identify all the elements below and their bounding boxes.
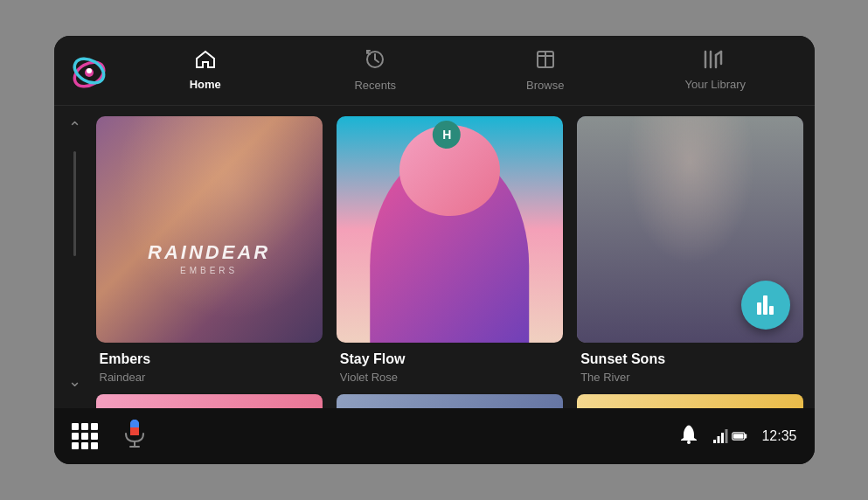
album-artist-sunsetSons: The River xyxy=(580,371,800,384)
album-title-stayflow: Stay Flow xyxy=(340,351,559,367)
battery-icon xyxy=(732,430,747,442)
notification-bell-button[interactable] xyxy=(679,423,698,449)
album-card-stayflow[interactable]: H Stay Flow Violet Rose xyxy=(337,116,563,384)
dot-1 xyxy=(72,423,79,430)
signal-battery-group xyxy=(712,428,747,444)
tab-home[interactable]: Home xyxy=(121,36,291,105)
tab-recents[interactable]: Recents xyxy=(290,36,461,105)
stayflow-headphone: H xyxy=(433,121,461,149)
dot-7 xyxy=(72,442,79,449)
peek-card-2 xyxy=(337,394,563,408)
nav-bar: Home Recents xyxy=(54,36,815,106)
bar-3 xyxy=(769,306,774,315)
app-logo xyxy=(68,50,110,92)
album-info-stayflow: Stay Flow Violet Rose xyxy=(337,351,563,384)
svg-rect-26 xyxy=(733,434,743,439)
peek-card-3 xyxy=(577,394,803,408)
bottom-bar: 12:35 xyxy=(54,408,815,464)
scroll-down-button[interactable]: ⌄ xyxy=(65,368,85,408)
bar-1 xyxy=(757,302,761,315)
svg-rect-15 xyxy=(130,427,139,435)
album-card-raindear[interactable]: RAINDEAR EMBERS Embers Raindear xyxy=(96,116,323,384)
svg-point-3 xyxy=(87,68,92,73)
recents-label: Recents xyxy=(354,79,396,92)
bottom-right-status: 12:35 xyxy=(679,423,796,449)
album-art-stayflow: H xyxy=(337,116,563,343)
album-card-sunsetSons[interactable]: Sunset Sons The River xyxy=(577,116,803,384)
signal-icon xyxy=(712,428,728,444)
tab-browse[interactable]: Browse xyxy=(461,36,631,105)
svg-rect-25 xyxy=(745,434,746,439)
scroll-up-button[interactable]: ⌃ xyxy=(65,115,85,141)
tab-library[interactable]: Your Library xyxy=(630,36,801,105)
scroll-track xyxy=(73,151,76,256)
dot-8 xyxy=(81,442,88,449)
grid-menu-button[interactable] xyxy=(72,423,98,449)
nav-tabs: Home Recents xyxy=(121,36,801,105)
library-label: Your Library xyxy=(684,78,746,91)
scroll-controls: ⌃ ⌄ xyxy=(54,106,96,408)
dot-5 xyxy=(81,433,88,440)
bar-2 xyxy=(763,295,767,315)
raindear-subtitle: EMBERS xyxy=(148,266,270,275)
album-artist-stayflow: Violet Rose xyxy=(340,371,559,384)
content-wrapper: ⌃ ⌄ RAINDEAR EMBERS Embers Raindea xyxy=(54,106,815,408)
svg-rect-20 xyxy=(713,440,716,443)
dot-2 xyxy=(81,423,88,430)
browse-label: Browse xyxy=(526,79,564,92)
dot-6 xyxy=(91,433,98,440)
album-art-raindear: RAINDEAR EMBERS xyxy=(96,116,323,343)
library-icon xyxy=(704,50,726,73)
home-icon xyxy=(195,50,216,73)
dot-4 xyxy=(72,433,79,440)
time-display: 12:35 xyxy=(761,428,796,444)
peek-card-1 xyxy=(96,394,323,408)
dot-9 xyxy=(91,442,98,449)
home-label: Home xyxy=(190,78,221,91)
svg-rect-21 xyxy=(718,436,720,443)
albums-area: RAINDEAR EMBERS Embers Raindear H xyxy=(96,106,815,408)
albums-row-main: RAINDEAR EMBERS Embers Raindear H xyxy=(96,116,804,384)
svg-rect-22 xyxy=(721,433,724,443)
dot-3 xyxy=(91,423,98,430)
album-info-raindear: Embers Raindear xyxy=(96,351,323,384)
microphone-button[interactable] xyxy=(122,419,147,454)
album-title-raindear: Embers xyxy=(100,351,319,367)
peek-row xyxy=(96,394,804,408)
device-frame: Home Recents xyxy=(54,36,815,464)
album-artist-raindear: Raindear xyxy=(100,371,319,384)
album-title-sunsetSons: Sunset Sons xyxy=(580,351,800,367)
svg-rect-23 xyxy=(726,429,728,443)
album-info-sunsetSons: Sunset Sons The River xyxy=(577,351,803,384)
raindear-overlay: RAINDEAR EMBERS xyxy=(148,241,270,275)
equalizer-fab-button[interactable] xyxy=(741,281,790,330)
svg-point-18 xyxy=(687,441,691,444)
svg-rect-14 xyxy=(130,420,139,428)
equalizer-icon xyxy=(757,295,774,315)
recents-icon xyxy=(365,49,385,73)
browse-icon xyxy=(535,49,556,73)
raindear-title: RAINDEAR xyxy=(148,241,270,264)
